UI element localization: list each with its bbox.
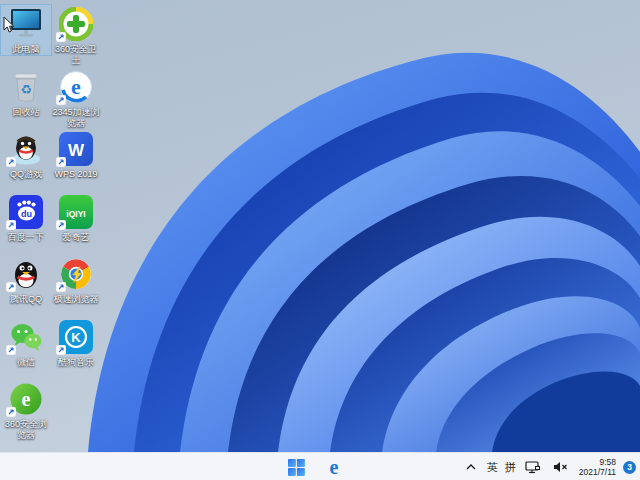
clock-time: 9:58 (599, 457, 616, 467)
shortcut-arrow-icon (6, 220, 16, 230)
desktop-icon-qq-game[interactable]: QQ游戏 (0, 129, 52, 181)
desktop-icon-label: 此电脑 (13, 44, 40, 55)
desktop-icon-label: 2345加速浏览器 (51, 107, 101, 129)
shortcut-arrow-icon (6, 282, 16, 292)
desktop-icon-label: 爱奇艺 (63, 232, 90, 243)
desktop: 此电脑 360安全卫士 ♻回收站 e 2345加速浏览器 QQ游戏 W WPS … (0, 0, 640, 452)
desktop-icon-label: 极速浏览器 (54, 294, 99, 305)
desktop-icon-wps[interactable]: W WPS 2019 (50, 129, 102, 181)
svg-text:e: e (71, 74, 81, 99)
system-tray: 英 拼 9:58 2021/7/11 3 (462, 453, 636, 480)
wps-icon: W (58, 132, 94, 166)
shortcut-arrow-icon (56, 345, 66, 355)
desktop-icon-tencent-qq[interactable]: 腾讯QQ (0, 254, 52, 306)
clock[interactable]: 9:58 2021/7/11 (579, 457, 616, 477)
desktop-icon-label: 酷狗音乐 (58, 357, 94, 368)
2345-browser-icon: e (58, 70, 94, 104)
shortcut-arrow-icon (6, 345, 16, 355)
notification-badge[interactable]: 3 (623, 461, 636, 474)
desktop-icon-label: 360安全卫士 (51, 44, 101, 66)
svg-text:du: du (21, 209, 32, 219)
360-safety-icon (58, 7, 94, 41)
desktop-icon-iqiyi[interactable]: iQIYI 爱奇艺 (50, 192, 102, 244)
tencent-qq-icon (8, 257, 44, 291)
desktop-icon-2345-browser[interactable]: e 2345加速浏览器 (50, 67, 102, 130)
desktop-icon-label: WPS 2019 (54, 169, 97, 180)
shortcut-arrow-icon (56, 95, 66, 105)
svg-text:e: e (22, 388, 31, 410)
start-button[interactable] (283, 455, 309, 479)
svg-text:♻: ♻ (20, 82, 32, 97)
edge-e-glyph: e (329, 457, 338, 477)
shortcut-arrow-icon (56, 32, 66, 42)
speed-browser-icon (58, 257, 94, 291)
qq-game-icon (8, 132, 44, 166)
kugou-icon: K (58, 320, 94, 354)
desktop-icon-speed-browser[interactable]: 极速浏览器 (50, 254, 102, 306)
svg-text:iQIYI: iQIYI (66, 208, 85, 218)
recycle-bin-icon: ♻ (8, 70, 44, 104)
desktop-icon-label: 回收站 (13, 107, 40, 118)
taskbar: e 英 拼 9:58 2021/7/11 3 (0, 452, 640, 480)
network-icon[interactable] (523, 455, 543, 479)
ime-mode-indicator[interactable]: 拼 (505, 460, 516, 475)
desktop-icon-label: QQ游戏 (10, 169, 42, 180)
desktop-icon-360-safety[interactable]: 360安全卫士 (50, 4, 102, 67)
shortcut-arrow-icon (6, 407, 16, 417)
360-browser-icon: e (8, 382, 44, 416)
desktop-icon-baidu[interactable]: du 百度一下 (0, 192, 52, 244)
desktop-icon-label: 百度一下 (8, 232, 44, 243)
iqiyi-icon: iQIYI (58, 195, 94, 229)
desktop-icon-wechat[interactable]: 微信 (0, 317, 52, 369)
ime-language-indicator[interactable]: 英 (487, 460, 498, 475)
shortcut-arrow-icon (6, 157, 16, 167)
wechat-icon (8, 320, 44, 354)
svg-text:W: W (68, 141, 85, 160)
desktop-icon-label: 360安全浏览器 (1, 419, 51, 441)
desktop-icon-360-browser[interactable]: e 360安全浏览器 (0, 379, 52, 442)
baidu-icon: du (8, 195, 44, 229)
mouse-cursor (3, 16, 15, 34)
clock-date: 2021/7/11 (579, 467, 616, 477)
svg-text:K: K (71, 330, 81, 345)
desktop-icon-label: 微信 (17, 357, 35, 368)
edge-browser-icon[interactable]: e (321, 455, 347, 479)
tray-chevron-up-icon[interactable] (462, 455, 480, 479)
shortcut-arrow-icon (56, 157, 66, 167)
shortcut-arrow-icon (56, 220, 66, 230)
desktop-icon-kugou[interactable]: K 酷狗音乐 (50, 317, 102, 369)
shortcut-arrow-icon (56, 282, 66, 292)
desktop-icon-recycle-bin[interactable]: ♻回收站 (0, 67, 52, 119)
volume-muted-icon[interactable] (550, 455, 572, 479)
windows-logo-icon (287, 459, 304, 476)
desktop-icon-label: 腾讯QQ (10, 294, 42, 305)
